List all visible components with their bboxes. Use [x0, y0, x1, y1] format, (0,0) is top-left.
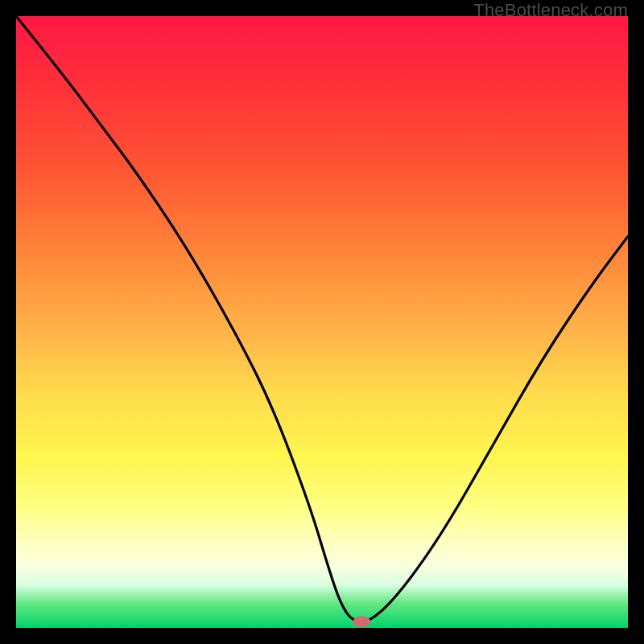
optimal-marker	[353, 616, 370, 627]
chart-frame: TheBottleneck.com	[0, 0, 644, 644]
plot-area	[16, 16, 628, 628]
bottleneck-curve-svg	[16, 16, 628, 628]
bottleneck-curve-path	[16, 16, 628, 621]
